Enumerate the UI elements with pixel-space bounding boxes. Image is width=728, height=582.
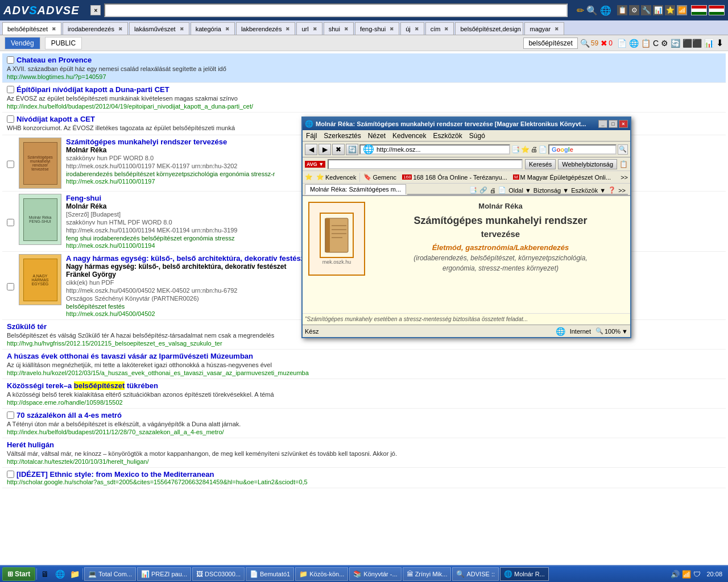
taskbar-item[interactable]: 🖼DSC03000...: [192, 567, 245, 581]
popup-tab-active[interactable]: Molnár Réka: Számítógépes m...: [305, 184, 406, 195]
browser-tab[interactable]: új✖: [400, 22, 424, 35]
popup-zoom-control[interactable]: 🔍 100% ▼: [595, 327, 628, 335]
sub-icon-download[interactable]: ⬇: [716, 38, 723, 48]
popup-restore-button[interactable]: □: [609, 120, 618, 128]
sub-icon-4[interactable]: C: [653, 39, 659, 48]
close-search-button[interactable]: ×: [90, 5, 101, 15]
result-checkbox[interactable]: [7, 140, 14, 189]
result-title[interactable]: Chateau en Provence: [16, 56, 92, 64]
toolbar-icon-1[interactable]: 📋: [617, 5, 627, 15]
popup-address-bar[interactable]: 🌐 http://mek.osz...: [359, 144, 510, 155]
popup-favorite-gemenc[interactable]: 🔖 Gemenc: [361, 173, 399, 181]
search-pencil-icon[interactable]: ✏: [577, 5, 584, 16]
popup-menu-eszkozok[interactable]: Eszközök: [429, 131, 465, 141]
popup-forward-button[interactable]: ▶: [318, 144, 331, 155]
popup-stop-button[interactable]: ✖: [332, 144, 345, 155]
avg-button[interactable]: AVG ▼: [305, 161, 325, 168]
result-url[interactable]: http://index.hu/belfold/budapest/2012/04…: [7, 103, 721, 110]
popup-search-btn[interactable]: 🔍: [618, 144, 628, 155]
result-url[interactable]: http://dspace.eme.ro/handle/10598/15502: [7, 399, 721, 406]
sub-tab-vendeg[interactable]: Vendég: [5, 37, 40, 49]
browser-tab[interactable]: belsőépítészet✖: [2, 22, 61, 35]
popup-refresh-button[interactable]: 🔄: [346, 144, 358, 155]
taskbar-item[interactable]: 🌐Molnár R...: [500, 567, 549, 581]
result-title[interactable]: Számítógépes munkahelyi rendszer tervezé…: [66, 138, 227, 146]
result-checkbox[interactable]: [7, 256, 14, 317]
toolbar-icon-5[interactable]: ⭐: [665, 5, 675, 15]
popup-icon-2[interactable]: ⭐: [521, 146, 530, 153]
popup-tab-icon-2[interactable]: 🔗: [479, 186, 487, 194]
search-web-icon[interactable]: 🌐: [600, 5, 611, 16]
popup-back-button[interactable]: ◀: [305, 144, 317, 155]
browser-tab[interactable]: feng-shui✖: [355, 22, 399, 35]
avg-search-field[interactable]: [328, 159, 523, 169]
result-title[interactable]: A nagy hármas egység: külső-, belső arch…: [66, 254, 311, 263]
sub-icon-5[interactable]: ⚙: [661, 39, 668, 48]
result-title[interactable]: Herét huligán: [7, 440, 54, 449]
sub-icon-6[interactable]: 🔄: [671, 39, 680, 48]
popup-tab-icon-3[interactable]: 🖨: [490, 187, 496, 194]
result-url[interactable]: http://totalcar.hu/tesztek/2010/10/31/he…: [7, 458, 721, 465]
popup-favorite-168[interactable]: 168 168 168 Óra Online - Terézanyu...: [400, 173, 510, 181]
sub-icon-8[interactable]: 📊: [704, 39, 714, 48]
taskbar-item[interactable]: 🏛Zrínyi Mik...: [403, 567, 452, 581]
browser-tab[interactable]: url✖: [296, 22, 322, 35]
start-button[interactable]: ⊞ Start: [2, 567, 35, 581]
result-title[interactable]: 70 százalékon áll a 4-es metró: [16, 411, 122, 419]
result-checkbox[interactable]: [7, 115, 14, 123]
taskbar-quick-1[interactable]: 🖥: [38, 567, 52, 581]
sub-icon-2[interactable]: 🌐: [629, 39, 639, 48]
taskbar-item[interactable]: 💻Total Com...: [84, 567, 136, 581]
taskbar-sys-icon-2[interactable]: 📶: [682, 570, 691, 579]
toolbar-icon-2[interactable]: ⚙: [629, 5, 639, 15]
result-url[interactable]: http://scholar.google.hu/scholar?as_sdt=…: [7, 479, 721, 485]
browser-tab[interactable]: lakberendezés✖: [236, 22, 296, 35]
result-title[interactable]: A húszas évek otthonai és tavaszi vásár …: [7, 352, 253, 360]
taskbar-item[interactable]: 📚Könyvtár -...: [349, 567, 401, 581]
result-title[interactable]: Feng-shui: [66, 194, 101, 202]
popup-google-search[interactable]: G o o g l e: [548, 144, 617, 155]
popup-menu-fajl[interactable]: Fájl: [303, 131, 320, 141]
toolbar-icon-3[interactable]: 🔧: [641, 5, 651, 15]
search-magnifier-icon[interactable]: 🔍: [586, 5, 598, 16]
popup-menu-sugo[interactable]: Súgó: [466, 131, 489, 141]
sub-icon-7[interactable]: ⬛⬛: [682, 39, 702, 48]
result-title[interactable]: [IDÉZET] Ethnic style: from Mexico to th…: [16, 470, 214, 479]
taskbar-sys-icon-1[interactable]: 🔊: [671, 570, 680, 579]
taskbar-quick-3[interactable]: 📁: [68, 567, 81, 581]
popup-minimize-button[interactable]: _: [598, 120, 607, 128]
popup-tab-icon-4[interactable]: 📄: [498, 186, 506, 194]
avg-safety-button[interactable]: Webhelybiztonság: [558, 159, 617, 169]
result-title[interactable]: Nívódíjat kapott a CET: [16, 115, 95, 123]
result-checkbox[interactable]: [7, 56, 14, 64]
taskbar-item[interactable]: 🔍ADVISE ::: [452, 567, 499, 581]
browser-tab[interactable]: magyar✖: [524, 22, 564, 35]
taskbar-sys-icon-3[interactable]: 🛡: [693, 570, 701, 579]
result-checkbox[interactable]: [7, 411, 14, 419]
browser-tab[interactable]: lakásművészet✖: [129, 22, 189, 35]
result-checkbox[interactable]: [7, 86, 14, 93]
browser-tab[interactable]: irodaberendezés✖: [63, 22, 128, 35]
browser-tab[interactable]: cím✖: [425, 22, 454, 35]
avg-search-button[interactable]: Keresés: [525, 159, 556, 169]
popup-favorite-kedvencek[interactable]: ⭐ Kedvencek: [314, 173, 358, 181]
sub-icon-1[interactable]: 📄: [617, 39, 627, 48]
browser-tab[interactable]: shui✖: [324, 22, 354, 35]
popup-icon-3[interactable]: 🖨: [531, 146, 537, 153]
result-url[interactable]: http://www.blogtimes.hu/?p=140597: [7, 73, 721, 80]
popup-icon-1[interactable]: 📑: [511, 146, 520, 153]
result-checkbox[interactable]: [7, 196, 14, 249]
taskbar-item[interactable]: 📄Bemutató1: [246, 567, 294, 581]
taskbar-quick-2[interactable]: 🌐: [53, 567, 67, 581]
popup-tab-icon-1[interactable]: 📑: [469, 186, 477, 194]
result-url[interactable]: http://hvg.hu/hvgfriss/2012.15/201215_be…: [7, 340, 721, 347]
popup-close-button[interactable]: ×: [619, 120, 628, 128]
popup-icon-4[interactable]: 📄: [539, 146, 547, 153]
taskbar-item[interactable]: 📁Közös-kön...: [295, 567, 348, 581]
toolbar-icon-6[interactable]: 📶: [677, 5, 687, 15]
sub-icon-3[interactable]: 📋: [641, 39, 651, 48]
popup-menu-szerkesztes[interactable]: Szerkesztés: [320, 131, 364, 141]
popup-fav-expand[interactable]: >>: [621, 174, 628, 181]
taskbar-item[interactable]: 📊PREZI pau...: [137, 567, 191, 581]
browser-tab[interactable]: kategória✖: [191, 22, 235, 35]
